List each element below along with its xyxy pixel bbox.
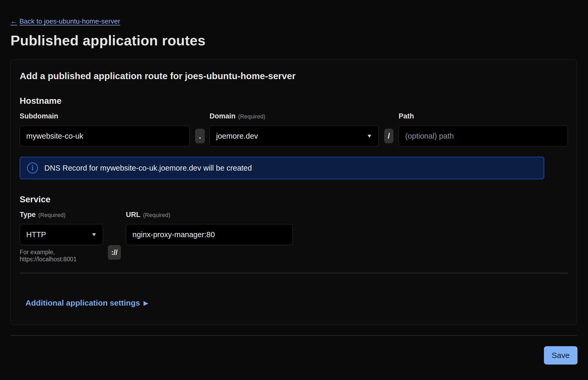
footer: Save: [10, 346, 578, 365]
service-field-row: Type(Required) HTTP ▼ For example, https…: [20, 211, 568, 263]
type-label-text: Type: [20, 211, 36, 219]
info-icon: i: [27, 162, 38, 173]
page: ←Back to joes-ubuntu-home-server Publish…: [0, 0, 588, 365]
additional-settings-label: Additional application settings: [25, 298, 140, 307]
url-input[interactable]: [126, 224, 293, 245]
domain-select-value: joemore.dev: [216, 132, 258, 140]
url-example-text: For example, https://localhost:8001: [20, 249, 103, 263]
domain-required-hint: (Required): [238, 113, 265, 120]
scheme-separator: ://: [108, 245, 121, 260]
path-label: Path: [399, 112, 568, 120]
dns-info-banner: i DNS Record for mywebsite-co-uk.joemore…: [20, 157, 544, 179]
back-link[interactable]: ←Back to joes-ubuntu-home-server: [10, 17, 120, 25]
dot-separator: .: [195, 129, 205, 143]
service-section-title: Service: [20, 194, 568, 204]
caret-down-icon: ▼: [366, 133, 373, 139]
path-label-text: Path: [399, 112, 414, 120]
type-select[interactable]: HTTP ▼: [20, 224, 103, 245]
subdomain-input[interactable]: [20, 126, 190, 146]
type-label: Type(Required): [20, 211, 103, 219]
subdomain-label-text: Subdomain: [20, 112, 58, 120]
subdomain-label: Subdomain: [20, 112, 190, 120]
subdomain-field: Subdomain: [20, 112, 190, 146]
type-required-hint: (Required): [38, 212, 66, 218]
dns-banner-text: DNS Record for mywebsite-co-uk.joemore.d…: [44, 164, 252, 172]
type-field: Type(Required) HTTP ▼ For example, https…: [20, 211, 103, 263]
domain-label-text: Domain: [210, 112, 236, 120]
url-field: URL(Required): [126, 211, 293, 245]
url-label: URL(Required): [126, 211, 293, 219]
domain-select[interactable]: joemore.dev ▼: [210, 126, 378, 146]
add-route-card: Add a published application route for jo…: [10, 59, 577, 325]
save-button[interactable]: Save: [544, 346, 578, 365]
path-field: Path: [399, 112, 568, 146]
back-link-label: Back to joes-ubuntu-home-server: [19, 17, 120, 25]
back-arrow-icon: ←: [10, 17, 17, 25]
type-select-value: HTTP: [26, 230, 46, 239]
domain-label: Domain(Required): [210, 112, 378, 120]
hostname-field-row: Subdomain . Domain(Required) joemore.dev…: [20, 112, 568, 146]
additional-settings-link[interactable]: Additional application settings ▶: [25, 298, 148, 307]
url-label-text: URL: [126, 211, 141, 219]
chevron-right-icon: ▶: [144, 300, 148, 307]
url-required-hint: (Required): [143, 212, 170, 218]
hostname-section-title: Hostname: [20, 96, 568, 106]
caret-down-icon: ▼: [91, 232, 97, 237]
slash-separator: /: [384, 129, 393, 143]
path-input[interactable]: [399, 126, 568, 146]
card-heading: Add a published application route for jo…: [20, 71, 568, 81]
card-divider: [20, 273, 568, 273]
page-title: Published application routes: [10, 32, 578, 48]
domain-field: Domain(Required) joemore.dev ▼: [210, 112, 378, 146]
page-divider: [10, 335, 577, 336]
